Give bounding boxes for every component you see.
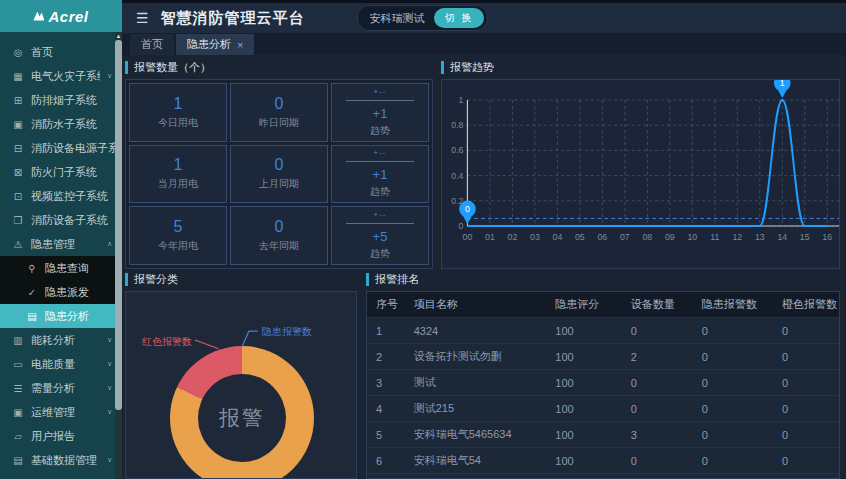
table-row[interactable]: 4测试215100000: [367, 395, 839, 421]
device-icon: ❐: [12, 215, 24, 226]
sidebar-item-power-quality[interactable]: ▭电能质量∨: [0, 352, 122, 376]
video-icon: ⊡: [12, 191, 24, 202]
sidebar-item-ops-management[interactable]: ▣运维管理∨: [0, 400, 122, 424]
alarm-rank-panel: 序号项目名称隐患评分设备数量隐患报警数橙色报警数 14324100000 2设备…: [366, 291, 840, 479]
svg-text:16: 16: [822, 232, 832, 242]
sidebar-item-user-report[interactable]: ▱用户报告: [0, 424, 122, 448]
svg-text:0.4: 0.4: [451, 171, 463, 181]
fire-door-icon: ⊠: [12, 167, 24, 178]
close-icon[interactable]: ×: [237, 39, 243, 51]
svg-text:13: 13: [755, 232, 765, 242]
tab-hazard-analysis[interactable]: 隐患分析 ×: [176, 34, 254, 55]
tabbar: 首页 隐患分析 ×: [122, 33, 846, 55]
app-root: Acrel ◎首页 ▦电气火灾子系统∨ ⊞防排烟子系统 ▣消防水子系统 ⊟消防设…: [0, 0, 846, 479]
fraction-divider: [346, 161, 413, 162]
stat-card-year-trend: +--+5趋势: [331, 206, 429, 265]
sidebar-item-home[interactable]: ◎首页: [0, 40, 122, 64]
org-name: 安科瑞测试: [370, 11, 425, 26]
stat-card-last-year: 0去年同期: [230, 206, 328, 265]
sidebar-item-demand-analysis[interactable]: ☰需量分析∨: [0, 376, 122, 400]
acrel-logo-icon: [33, 12, 44, 21]
svg-text:03: 03: [530, 232, 540, 242]
sidebar-item-fire-equipment[interactable]: ❐消防设备子系统: [0, 208, 122, 232]
svg-text:04: 04: [552, 232, 562, 242]
donut-label-red-alarms: 红色报警数: [142, 335, 192, 349]
sidebar-item-energy-analysis[interactable]: ▥能耗分析∨: [0, 328, 122, 352]
svg-text:14: 14: [777, 232, 787, 242]
sidebar-item-hazard-query[interactable]: ⚲隐患查询: [0, 256, 122, 280]
sidebar-item-fire-door[interactable]: ⊠防火门子系统: [0, 160, 122, 184]
svg-text:06: 06: [597, 232, 607, 242]
table-row[interactable]: 2设备拓扑测试勿删100200: [367, 343, 839, 369]
app-logo[interactable]: Acrel: [0, 0, 122, 32]
home-icon: ◎: [12, 47, 24, 58]
warning-icon: ⚠: [12, 239, 24, 250]
alarm-count-panel: 1今日用电 0昨日同期 +--+1趋势 1当月用电 0上月同期 +--+1趋势 …: [125, 79, 433, 269]
hazard-submenu: ⚲隐患查询 ✓隐患派发 ▤隐患分析: [0, 256, 122, 328]
sidebar-scrollbar[interactable]: ▲: [115, 32, 122, 479]
sidebar-item-basic-data[interactable]: ▤基础数据管理∨: [0, 448, 122, 472]
tab-home[interactable]: 首页: [130, 34, 174, 55]
section-title-alarm-category: 报警分类: [125, 273, 357, 286]
svg-text:01: 01: [485, 232, 495, 242]
meter-icon: ▥: [12, 335, 24, 346]
table-row[interactable]: 7新增测试100000: [367, 473, 839, 479]
sidebar-item-video-surveillance[interactable]: ⊡视频监控子系统: [0, 184, 122, 208]
logo-text: Acrel: [48, 8, 88, 25]
sidebar: Acrel ◎首页 ▦电气火灾子系统∨ ⊞防排烟子系统 ▣消防水子系统 ⊟消防设…: [0, 0, 122, 479]
sidebar-item-hazard-management[interactable]: ⚠隐患管理∧: [0, 232, 122, 256]
alarm-trend-chart: 00.20.40.60.8100010203040506070809101112…: [442, 80, 839, 268]
fraction-divider: [346, 100, 413, 101]
stat-card-last-month: 0上月同期: [230, 145, 328, 204]
switch-button[interactable]: 切 换: [434, 8, 485, 28]
menu-collapse-icon[interactable]: ☰: [136, 10, 149, 26]
stat-card-year: 5今年用电: [129, 206, 227, 265]
svg-text:0.8: 0.8: [451, 120, 463, 130]
svg-text:15: 15: [800, 232, 810, 242]
table-row[interactable]: 3测试100000: [367, 369, 839, 395]
table-row[interactable]: 14324100000: [367, 317, 839, 343]
report-icon: ▱: [12, 431, 24, 442]
stat-card-day-trend: +--+1趋势: [331, 83, 429, 142]
svg-text:0: 0: [465, 204, 470, 214]
sidebar-item-electrical-fire[interactable]: ▦电气火灾子系统∨: [0, 64, 122, 88]
svg-text:02: 02: [508, 232, 518, 242]
scroll-up-icon[interactable]: ▲: [115, 32, 122, 40]
table-row[interactable]: 6安科瑞电气54100000: [367, 447, 839, 473]
alarm-trend-panel: 00.20.40.60.8100010203040506070809101112…: [441, 79, 840, 269]
donut-center: 报警: [198, 374, 286, 462]
chart-icon: ▦: [12, 71, 24, 82]
svg-text:10: 10: [687, 232, 697, 242]
section-title-alarm-count: 报警数量（个）: [125, 61, 433, 74]
svg-text:05: 05: [575, 232, 585, 242]
svg-text:00: 00: [463, 232, 473, 242]
content: 报警数量（个） 1今日用电 0昨日同期 +--+1趋势 1当月用电 0上月同期 …: [122, 55, 846, 479]
power-system-icon: ⊟: [12, 143, 24, 154]
monitor-icon: ▣: [12, 407, 24, 418]
stat-card-month-trend: +--+1趋势: [331, 145, 429, 204]
smoke-system-icon: ⊞: [12, 95, 24, 106]
water-system-icon: ▣: [12, 119, 24, 130]
sidebar-item-hazard-dispatch[interactable]: ✓隐患派发: [0, 280, 122, 304]
svg-text:07: 07: [620, 232, 630, 242]
sidebar-item-fire-water[interactable]: ▣消防水子系统: [0, 112, 122, 136]
page-title: 智慧消防管理云平台: [161, 9, 305, 28]
topbar: ☰ 智慧消防管理云平台 安科瑞测试 切 换: [122, 0, 846, 33]
org-switcher: 安科瑞测试 切 换: [357, 5, 489, 31]
svg-text:08: 08: [642, 232, 652, 242]
svg-text:1: 1: [780, 80, 785, 88]
sidebar-item-fire-equipment-power[interactable]: ⊟消防设备电源子系统: [0, 136, 122, 160]
svg-text:09: 09: [665, 232, 675, 242]
svg-text:0.6: 0.6: [451, 145, 463, 155]
database-icon: ▤: [12, 455, 24, 466]
check-icon: ✓: [26, 287, 38, 298]
table-row[interactable]: 5安科瑞电气5465634100300: [367, 421, 839, 447]
main-area: ☰ 智慧消防管理云平台 安科瑞测试 切 换 首页 隐患分析 × 报警数量（个） …: [122, 0, 846, 479]
stat-card-today: 1今日用电: [129, 83, 227, 142]
sidebar-item-hazard-analysis[interactable]: ▤隐患分析: [0, 304, 122, 328]
donut-label-hazard-alarms: 隐患报警数: [262, 325, 312, 339]
fraction-divider: [346, 223, 413, 224]
stat-card-yesterday: 0昨日同期: [230, 83, 328, 142]
sidebar-scrollbar-thumb[interactable]: [115, 40, 122, 410]
sidebar-item-smoke-control[interactable]: ⊞防排烟子系统: [0, 88, 122, 112]
